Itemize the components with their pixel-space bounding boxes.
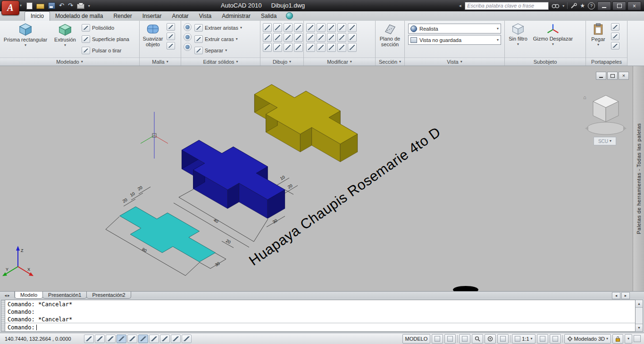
- tool-palettes-bar[interactable]: Paletas de herramientas - Todas las pale…: [633, 66, 644, 291]
- viewcube[interactable]: ⌂: [581, 89, 630, 142]
- plano-de-seccion-button[interactable]: Plano de sección: [376, 22, 403, 47]
- clipboard-tool-icon[interactable]: [611, 33, 619, 40]
- open-file-icon[interactable]: [36, 4, 44, 9]
- modify-tool-icon[interactable]: [327, 23, 336, 32]
- panel-label-subobjeto[interactable]: Subobjeto: [505, 58, 585, 66]
- coordinates-readout[interactable]: 140.7440, 132.2664 , 0.0000: [2, 336, 82, 342]
- minimize-button[interactable]: [597, 1, 611, 10]
- dim-text[interactable]: 10: [279, 175, 286, 181]
- favorites-star-icon[interactable]: ★: [580, 3, 585, 8]
- modify-tool-icon[interactable]: [306, 43, 315, 52]
- quick-view-drawings-button[interactable]: [444, 334, 456, 344]
- suavizar-objeto-button[interactable]: Suavizar objeto: [141, 22, 165, 47]
- tab-administrar[interactable]: Administrar: [217, 12, 256, 21]
- restore-button[interactable]: [612, 1, 626, 10]
- draw-tool-icon[interactable]: [294, 43, 303, 52]
- extraer-aristas-button[interactable]: Extraer aristas ▾: [193, 22, 243, 34]
- solid-cyan[interactable]: [120, 207, 216, 262]
- status-toggle-icon[interactable]: [84, 335, 94, 343]
- status-toggle-icon[interactable]: [127, 335, 137, 343]
- layout-tab-scroll-control[interactable]: ◂ ▸: [0, 292, 15, 299]
- draw-tool-icon[interactable]: [273, 43, 282, 52]
- viewcube-rotate-right-icon[interactable]: [623, 126, 627, 130]
- mesh-tool-icon[interactable]: [167, 23, 175, 31]
- modify-tool-icon[interactable]: [348, 43, 357, 52]
- extruir-caras-button[interactable]: Extruir caras ▾: [193, 34, 243, 45]
- panel-label-portapapeles[interactable]: Portapapeles: [586, 58, 627, 66]
- draw-tool-icon[interactable]: [294, 23, 303, 32]
- drawing-minimize-button[interactable]: [596, 72, 606, 80]
- scu-dropdown[interactable]: SCU ▾: [594, 137, 616, 145]
- dim-text[interactable]: 10: [129, 191, 136, 198]
- drawing-restore-button[interactable]: [607, 72, 618, 80]
- draw-tool-icon[interactable]: [273, 33, 282, 42]
- status-toggle-icon[interactable]: [160, 335, 170, 343]
- panel-label-dibujo[interactable]: Dibujo ▾: [260, 58, 303, 66]
- clean-screen-button[interactable]: [634, 335, 641, 342]
- clipboard-tool-icon[interactable]: [611, 42, 619, 50]
- pulsar-o-tirar-button[interactable]: Pulsar o tirar: [80, 45, 131, 56]
- save-icon[interactable]: [48, 2, 55, 9]
- infocenter-collapse-icon[interactable]: ◄: [458, 4, 462, 8]
- draw-tool-icon[interactable]: [284, 33, 293, 42]
- tab-salida[interactable]: Salida: [256, 12, 282, 21]
- modify-tool-icon[interactable]: [327, 33, 336, 42]
- mesh-tool-icon[interactable]: [167, 42, 175, 50]
- modify-tool-icon[interactable]: [337, 33, 346, 42]
- qat-customize-caret-icon[interactable]: ▾: [88, 4, 90, 8]
- status-toggle-icon[interactable]: [95, 335, 105, 343]
- command-scrollbar[interactable]: ▲ ▼: [636, 300, 643, 332]
- visual-style-dropdown[interactable]: Realista ▾: [408, 24, 501, 34]
- modify-tool-icon[interactable]: [317, 33, 326, 42]
- tab-modelo[interactable]: Modelo: [15, 292, 43, 299]
- superficie-plana-button[interactable]: Superficie plana: [80, 34, 131, 45]
- dim-text[interactable]: 80: [141, 247, 148, 253]
- solid-blue[interactable]: [182, 140, 284, 218]
- tab-inicio[interactable]: Inicio: [25, 11, 50, 21]
- help-icon[interactable]: ?: [588, 2, 595, 9]
- search-options-caret-icon[interactable]: ▾: [562, 4, 564, 8]
- show-motion-button[interactable]: [497, 334, 509, 344]
- search-input[interactable]: [465, 2, 549, 10]
- draw-tool-icon[interactable]: [294, 33, 303, 42]
- drawing-viewport[interactable]: 20 10 20 80 30 20 40 30 10 20: [0, 66, 644, 291]
- close-button[interactable]: ×: [627, 1, 641, 10]
- tab-render[interactable]: Render: [108, 12, 137, 21]
- draw-tool-icon[interactable]: [273, 23, 282, 32]
- modify-tool-icon[interactable]: [306, 23, 315, 32]
- command-console[interactable]: Comando: *Cancelar* Comando: Comando: *C…: [5, 300, 636, 332]
- tab-vista[interactable]: Vista: [194, 12, 217, 21]
- draw-tool-icon[interactable]: [284, 23, 293, 32]
- drawing-close-button[interactable]: ×: [619, 72, 629, 80]
- status-toggle-icon[interactable]: [106, 335, 116, 343]
- panel-label-editar-solidos[interactable]: Editar sólidos ▾: [181, 58, 260, 66]
- drawing-area[interactable]: 20 10 20 80 30 20 40 30 10 20: [0, 66, 644, 291]
- express-tools-icon[interactable]: [286, 12, 293, 19]
- scroll-right-button[interactable]: ►: [621, 292, 630, 299]
- modify-tool-icon[interactable]: [337, 43, 346, 52]
- sin-filtro-button[interactable]: Sin filtro ▾: [506, 22, 530, 46]
- prisma-rectangular-button[interactable]: Prisma rectangular ▾: [1, 22, 50, 47]
- annotation-visibility-button[interactable]: [537, 334, 548, 344]
- status-toggle-icon[interactable]: [171, 335, 181, 343]
- dim-text[interactable]: 20: [225, 238, 232, 245]
- communication-center-icon[interactable]: [570, 3, 577, 9]
- draw-tool-icon[interactable]: [263, 33, 272, 42]
- dim-text[interactable]: 20: [137, 185, 143, 192]
- panel-label-modelado[interactable]: Modelado ▾: [0, 58, 139, 66]
- tab-anotar[interactable]: Anotar: [167, 12, 193, 21]
- new-drawing-icon[interactable]: [26, 2, 33, 9]
- panel-label-vista[interactable]: Vista ▾: [405, 58, 504, 66]
- dim-text[interactable]: 40: [213, 218, 219, 224]
- solid-yellow[interactable]: [254, 84, 357, 162]
- clipboard-tool-icon[interactable]: [611, 23, 619, 31]
- scroll-down-button[interactable]: ▼: [636, 324, 643, 331]
- modify-tool-icon[interactable]: [337, 23, 346, 32]
- modify-tool-icon[interactable]: [306, 33, 315, 42]
- extrusion-button[interactable]: Extrusión ▾: [50, 22, 80, 47]
- pan-button[interactable]: [459, 334, 470, 344]
- pegar-button[interactable]: Pegar ▾: [587, 22, 610, 47]
- plot-icon[interactable]: [77, 4, 84, 9]
- toolbar-lock-button[interactable]: [612, 334, 623, 344]
- boolean-operation-icon[interactable]: [184, 33, 192, 41]
